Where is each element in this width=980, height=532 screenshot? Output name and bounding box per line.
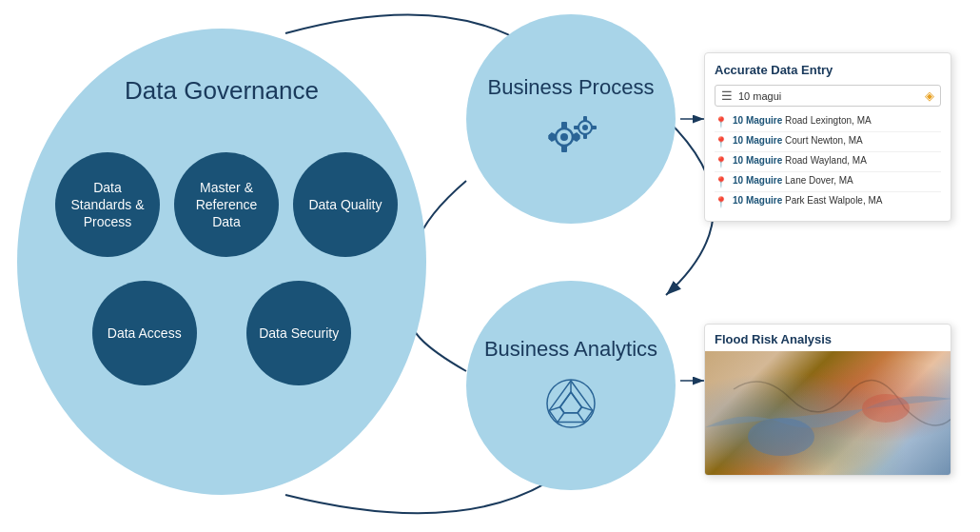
business-process-circle: Business Process <box>466 14 676 224</box>
svg-rect-15 <box>583 133 587 139</box>
accurate-data-entry-card: Accurate Data Entry ☰ 10 magui ◈ 📍 10 Ma… <box>704 52 951 222</box>
svg-rect-17 <box>574 126 579 129</box>
svg-point-31 <box>748 418 814 456</box>
inner-circles-bottom-row: Data Access Data Security <box>74 281 369 385</box>
business-process-title: Business Process <box>488 75 655 100</box>
menu-icon: ☰ <box>721 89 733 103</box>
diagram-container: Data Governance Data Standards & Process… <box>0 0 980 532</box>
business-analytics-title: Business Analytics <box>484 337 657 362</box>
flood-risk-card: Flood Risk Analysis <box>704 324 951 476</box>
gears-icon <box>538 110 604 163</box>
search-bar[interactable]: ☰ 10 magui ◈ <box>715 85 941 107</box>
svg-point-3 <box>560 133 568 141</box>
address-item-4: 📍 10 Maguire Lane Dover, MA <box>715 172 941 192</box>
inner-circles-top-row: Data Standards & Process Master & Refere… <box>55 152 388 257</box>
inner-circle-data-security: Data Security <box>246 281 351 385</box>
svg-point-13 <box>582 125 588 130</box>
pin-icon: 📍 <box>715 116 728 128</box>
address-item-2: 📍 10 Maguire Court Newton, MA <box>715 132 941 152</box>
data-governance-title: Data Governance <box>17 76 426 106</box>
address-list: 📍 10 Maguire Road Lexington, MA 📍 10 Mag… <box>715 112 941 211</box>
search-icon: ◈ <box>925 89 934 103</box>
inner-circle-data-standards: Data Standards & Process <box>55 152 160 257</box>
svg-rect-16 <box>591 126 597 129</box>
search-input-value: 10 magui <box>738 90 925 102</box>
svg-line-27 <box>578 406 581 412</box>
pin-icon: 📍 <box>715 136 728 148</box>
flood-map-visual <box>705 351 951 475</box>
inner-circle-data-access: Data Access <box>92 281 197 385</box>
accurate-data-card-title: Accurate Data Entry <box>715 63 941 77</box>
flood-map-svg <box>705 351 951 475</box>
svg-rect-4 <box>561 122 567 129</box>
svg-point-32 <box>862 394 910 423</box>
address-item-5: 📍 10 Maguire Park East Walpole, MA <box>715 192 941 211</box>
address-item-1: 📍 10 Maguire Road Lexington, MA <box>715 112 941 132</box>
svg-line-29 <box>559 406 563 412</box>
inner-circle-data-quality: Data Quality <box>293 152 398 257</box>
pin-icon: 📍 <box>715 176 728 188</box>
flood-card-title: Flood Risk Analysis <box>705 325 951 351</box>
svg-line-23 <box>578 412 584 422</box>
data-governance-circle: Data Governance Data Standards & Process… <box>17 29 426 495</box>
svg-line-24 <box>557 412 563 422</box>
pin-icon: 📍 <box>715 156 728 168</box>
pin-icon: 📍 <box>715 196 728 208</box>
svg-rect-5 <box>561 145 567 152</box>
address-item-3: 📍 10 Maguire Road Wayland, MA <box>715 152 941 172</box>
inner-circle-master-reference: Master & Reference Data <box>174 152 279 257</box>
svg-rect-14 <box>583 116 587 122</box>
polyhedron-icon <box>540 372 602 434</box>
business-analytics-circle: Business Analytics <box>466 281 676 490</box>
